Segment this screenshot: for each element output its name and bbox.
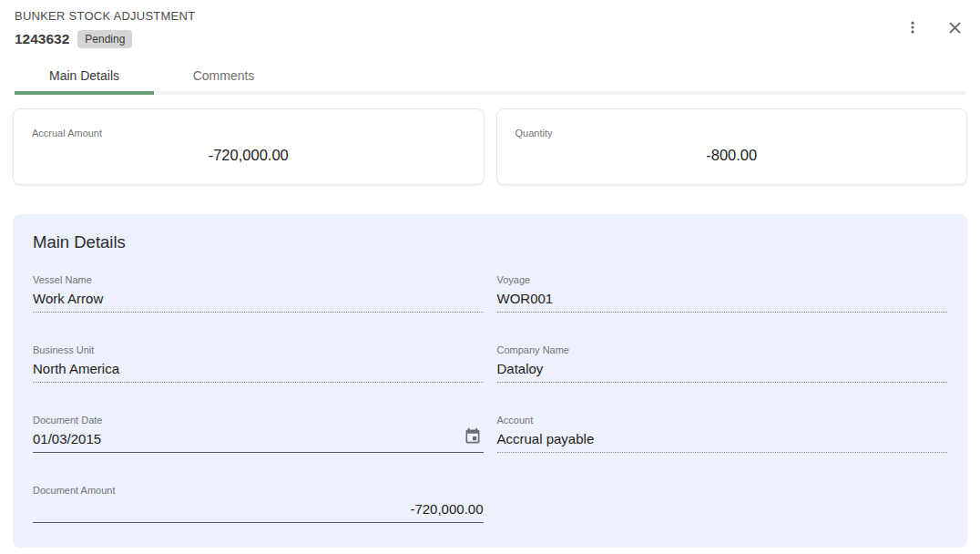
company-name-value: Dataloy xyxy=(497,362,948,383)
company-name-field: Company Name Dataloy xyxy=(497,345,948,383)
account-value: Accrual payable xyxy=(497,432,948,453)
document-id: 1243632 xyxy=(15,31,69,47)
field-label: Vessel Name xyxy=(33,275,484,285)
business-unit-field: Business Unit North America xyxy=(33,345,484,383)
dialog-body: Accrual Amount -720,000.00 Quantity -800… xyxy=(0,108,980,548)
quantity-value: -800.00 xyxy=(516,147,949,164)
card-label: Accrual Amount xyxy=(32,128,465,138)
tab-main-details[interactable]: Main Details xyxy=(15,59,154,91)
business-unit-value: North America xyxy=(33,362,484,383)
voyage-value: WOR001 xyxy=(497,292,948,313)
account-field: Account Accrual payable xyxy=(497,416,948,453)
tab-track xyxy=(15,91,965,95)
fields-grid: Vessel Name Work Arrow Voyage WOR001 Bus… xyxy=(33,275,947,523)
main-details-panel: Main Details Vessel Name Work Arrow Voya… xyxy=(13,214,967,548)
tab-bar: Main Details Comments xyxy=(15,59,965,95)
kebab-menu-icon xyxy=(904,19,921,36)
document-date-field[interactable]: Document Date 01/03/2015 xyxy=(33,416,484,453)
vessel-name-field: Vessel Name Work Arrow xyxy=(33,275,484,313)
page-title: BUNKER STOCK ADJUSTMENT xyxy=(15,9,965,23)
calendar-icon xyxy=(464,427,482,446)
accrual-amount-card: Accrual Amount -720,000.00 xyxy=(13,108,485,185)
field-label: Business Unit xyxy=(33,345,484,355)
field-label: Voyage xyxy=(497,275,948,285)
field-label: Company Name xyxy=(497,345,948,355)
voyage-field: Voyage WOR001 xyxy=(497,275,948,313)
document-amount-input[interactable]: -720,000.00 xyxy=(33,502,484,523)
close-button[interactable] xyxy=(944,16,965,38)
field-label: Document Amount xyxy=(33,486,484,496)
close-icon xyxy=(946,19,964,36)
active-tab-indicator xyxy=(15,91,154,95)
summary-cards: Accrual Amount -720,000.00 Quantity -800… xyxy=(13,108,967,185)
open-datepicker-button[interactable] xyxy=(464,427,482,446)
document-amount-field[interactable]: Document Amount -720,000.00 xyxy=(33,486,484,523)
tab-comments[interactable]: Comments xyxy=(154,59,293,91)
section-heading: Main Details xyxy=(33,232,947,251)
accrual-amount-value: -720,000.00 xyxy=(32,147,465,164)
quantity-card: Quantity -800.00 xyxy=(496,108,968,185)
dialog-header: BUNKER STOCK ADJUSTMENT 1243632 Pending … xyxy=(0,0,980,95)
field-label: Account xyxy=(497,416,948,426)
field-label: Document Date xyxy=(33,416,484,426)
more-options-button[interactable] xyxy=(902,16,924,38)
card-label: Quantity xyxy=(516,128,949,138)
vessel-name-value: Work Arrow xyxy=(33,292,484,313)
status-badge: Pending xyxy=(77,30,132,48)
document-date-input[interactable]: 01/03/2015 xyxy=(33,432,484,453)
